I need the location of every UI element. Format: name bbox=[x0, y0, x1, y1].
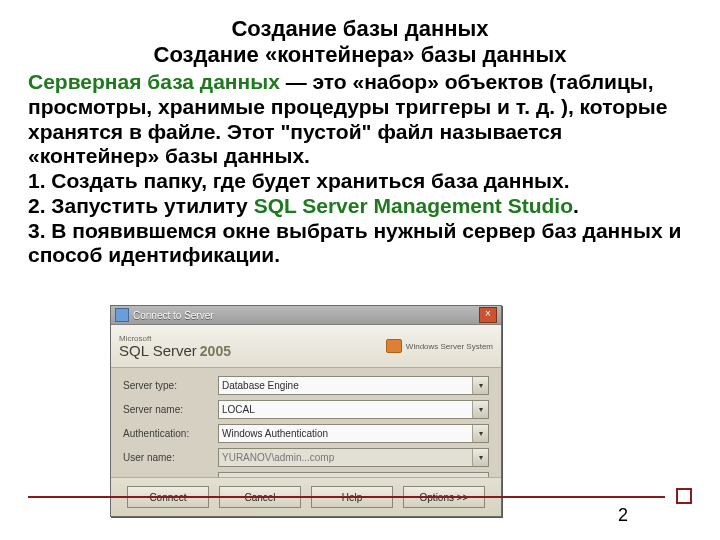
footer-square-icon bbox=[676, 488, 692, 504]
chevron-down-icon: ▾ bbox=[472, 449, 488, 466]
connect-to-server-dialog: Connect to Server × Microsoft SQL Server… bbox=[110, 305, 502, 517]
chevron-down-icon[interactable]: ▾ bbox=[472, 377, 488, 394]
dialog-titlebar[interactable]: Connect to Server × bbox=[111, 306, 501, 325]
close-icon[interactable]: × bbox=[479, 307, 497, 323]
user-name-field: YURANOV\admin...comp ▾ bbox=[218, 448, 489, 467]
page-number: 2 bbox=[618, 505, 628, 526]
app-icon bbox=[115, 308, 129, 322]
dialog-header: Microsoft SQL Server 2005 Windows Server… bbox=[111, 325, 501, 368]
authentication-select[interactable]: Windows Authentication ▾ bbox=[218, 424, 489, 443]
step-3: 3. В появившемся окне выбрать нужный сер… bbox=[28, 219, 692, 269]
windows-flag-icon bbox=[386, 339, 402, 353]
step-1: 1. Создать папку, где будет храниться ба… bbox=[28, 169, 692, 194]
label-server-name: Server name: bbox=[123, 404, 218, 415]
chevron-down-icon[interactable]: ▾ bbox=[472, 401, 488, 418]
brand-year: 2005 bbox=[200, 344, 231, 358]
footer-divider bbox=[28, 496, 720, 498]
windows-server-system: Windows Server System bbox=[386, 339, 493, 353]
brand-block: Microsoft SQL Server 2005 bbox=[119, 335, 231, 358]
intro-paragraph: Серверная база данных — это «набор» объе… bbox=[28, 70, 692, 169]
step-2: 2. Запустить утилиту SQL Server Manageme… bbox=[28, 194, 692, 219]
server-type-select[interactable]: Database Engine ▾ bbox=[218, 376, 489, 395]
term-ssms: SQL Server Management Studio bbox=[254, 194, 573, 217]
label-user-name: User name: bbox=[123, 452, 218, 463]
server-name-select[interactable]: LOCAL ▾ bbox=[218, 400, 489, 419]
dialog-title: Connect to Server bbox=[133, 310, 479, 321]
steps-list: 1. Создать папку, где будет храниться ба… bbox=[28, 169, 692, 268]
chevron-down-icon[interactable]: ▾ bbox=[472, 425, 488, 442]
term-server-db: Серверная база данных bbox=[28, 70, 280, 93]
title-line-2: Создание «контейнера» базы данных bbox=[28, 42, 692, 68]
brand-name: SQL Server bbox=[119, 343, 197, 358]
title-line-1: Создание базы данных bbox=[28, 16, 692, 42]
label-authentication: Authentication: bbox=[123, 428, 218, 439]
label-server-type: Server type: bbox=[123, 380, 218, 391]
